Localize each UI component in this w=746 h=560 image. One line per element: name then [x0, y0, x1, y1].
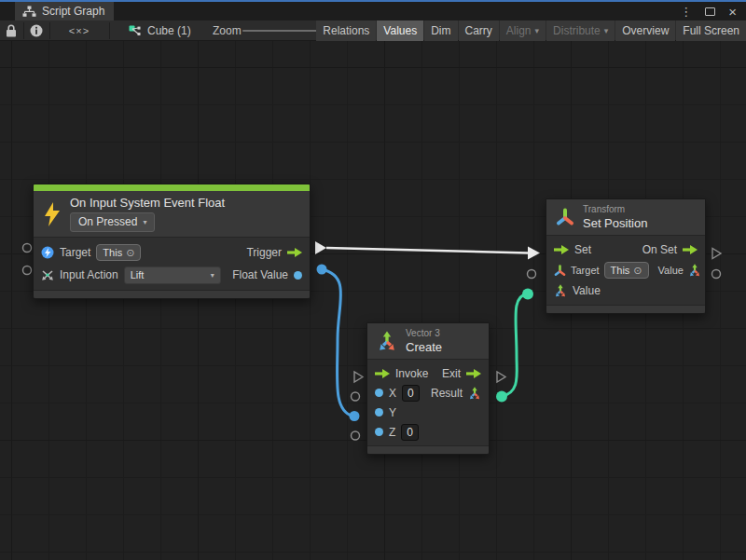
graph-asset-icon [129, 25, 141, 36]
zoom-slider[interactable] [242, 30, 328, 32]
float-port-icon[interactable] [375, 408, 383, 417]
port-row-value: Value [546, 280, 705, 301]
values-button[interactable]: Values [377, 20, 423, 41]
z-value-field[interactable]: 0 [401, 424, 419, 441]
port-row-input-action: Input Action Lift ▾ Float Value [34, 264, 310, 286]
event-mode-dropdown[interactable]: On Pressed ▾ [70, 212, 155, 232]
gameobject-icon [41, 246, 54, 259]
set-target-input-port[interactable] [528, 270, 536, 279]
vector3-wire [502, 294, 527, 397]
lightning-icon [43, 202, 62, 226]
menu-icon[interactable]: ⋮ [680, 6, 692, 18]
node-title: Create [406, 340, 442, 354]
port-row-target: Target This ⊙ Trigger [34, 241, 310, 264]
maximize-icon[interactable] [705, 7, 715, 16]
trigger-output-port[interactable] [315, 241, 326, 254]
info-icon [30, 24, 43, 37]
toolbar-separator [109, 22, 110, 39]
y-input-port[interactable] [350, 411, 360, 421]
float-wire [322, 269, 352, 417]
port-row-y: Y [367, 403, 489, 422]
script-graph-window: Script Graph ⋮ × <×> Cube (1) Zoom 1x [0, 0, 746, 560]
flow-arrow-icon[interactable] [554, 245, 569, 254]
tab-bar: Script Graph ⋮ × [0, 2, 746, 20]
window-controls: ⋮ × [680, 2, 746, 20]
flow-wire-arrowhead [528, 247, 540, 260]
on-set-output-port[interactable] [712, 249, 721, 259]
port-row-invoke: Invoke Exit [367, 363, 489, 383]
vector3-icon [554, 284, 567, 297]
tab-title: Script Graph [42, 5, 104, 18]
set-value-output-port[interactable] [712, 270, 721, 279]
x-input-port[interactable] [352, 392, 360, 401]
input-action-dropdown[interactable]: Lift ▾ [124, 266, 221, 284]
overview-button[interactable]: Overview [615, 20, 675, 41]
object-picker-icon: ⊙ [633, 264, 642, 277]
invoke-input-port[interactable] [354, 372, 363, 382]
port-row-target: Target This ⊙ Value [546, 260, 705, 280]
node-title: Set Position [583, 216, 647, 230]
graph-name: Cube (1) [147, 24, 191, 37]
graph-canvas[interactable]: On Input System Event Float On Pressed ▾… [0, 41, 746, 560]
target-input-port[interactable] [23, 244, 32, 253]
graph-toolbar: <×> Cube (1) Zoom 1x Relations Values Di… [0, 20, 746, 41]
flow-arrow-icon[interactable] [375, 369, 390, 378]
tab-script-graph[interactable]: Script Graph [15, 2, 114, 20]
distribute-button[interactable]: Distribute▾ [546, 20, 615, 41]
port-row-set: Set On Set [546, 239, 705, 260]
port-row-x: X 0 Result [367, 383, 489, 403]
edit-script-button[interactable]: <×> [50, 20, 108, 41]
float-port-icon[interactable] [375, 428, 383, 436]
flow-arrow-icon[interactable] [683, 245, 698, 254]
result-output-port[interactable] [496, 391, 507, 403]
input-action-input-port[interactable] [23, 266, 32, 275]
toolbar-buttons: Relations Values Dim Carry Align▾ Distri… [316, 20, 746, 41]
full-screen-button[interactable]: Full Screen [676, 20, 746, 41]
target-object-field[interactable]: This ⊙ [604, 262, 649, 279]
relations-button[interactable]: Relations [316, 20, 376, 41]
node-header: On Input System Event Float On Pressed ▾ [34, 191, 310, 238]
float-port-icon[interactable] [375, 389, 383, 397]
node-vector3-create[interactable]: Vector 3 Create Invoke Exit X 0 Res [366, 322, 490, 455]
float-value-output-port[interactable] [317, 265, 327, 275]
exit-output-port[interactable] [497, 372, 505, 382]
node-title: On Input System Event Float [70, 196, 225, 210]
chevron-down-icon: ▾ [211, 268, 214, 282]
carry-button[interactable]: Carry [459, 20, 499, 41]
x-value-field[interactable]: 0 [402, 385, 420, 402]
port-row-z: Z 0 [367, 422, 489, 442]
lock-button[interactable] [0, 20, 22, 41]
lock-icon [5, 24, 18, 37]
transform-icon [554, 265, 566, 277]
node-footer [367, 445, 489, 454]
node-category: Transform [583, 204, 647, 214]
align-button[interactable]: Align▾ [500, 20, 546, 41]
close-icon[interactable]: × [728, 5, 737, 19]
node-on-input-system-event-float[interactable]: On Input System Event Float On Pressed ▾… [33, 184, 311, 299]
target-object-field[interactable]: This ⊙ [96, 244, 141, 261]
float-port-icon[interactable] [294, 271, 302, 280]
dim-button[interactable]: Dim [424, 20, 457, 41]
node-header: Transform Set Position [546, 199, 705, 236]
chevron-down-icon: ▾ [143, 215, 146, 229]
value-input-port[interactable] [522, 289, 533, 300]
node-header: Vector 3 Create [367, 323, 489, 360]
node-footer [34, 290, 310, 298]
inspect-button[interactable] [24, 20, 48, 41]
code-icon: <×> [69, 25, 90, 36]
vector3-icon[interactable] [688, 264, 701, 277]
graph-breadcrumb[interactable]: Cube (1) [129, 20, 191, 41]
vector3-icon[interactable] [468, 387, 481, 400]
object-picker-icon: ⊙ [126, 246, 134, 259]
input-action-icon [41, 268, 54, 281]
flow-arrow-icon[interactable] [287, 248, 302, 257]
node-footer [546, 305, 705, 313]
flow-wire [326, 248, 528, 253]
vector3-icon [377, 331, 397, 351]
chevron-down-icon: ▾ [604, 26, 609, 35]
node-set-position[interactable]: Transform Set Position Set On Set Target… [546, 198, 706, 314]
z-input-port[interactable] [352, 431, 360, 440]
chevron-down-icon: ▾ [535, 26, 540, 35]
flow-arrow-icon[interactable] [466, 369, 481, 378]
zoom-label: Zoom [213, 20, 242, 41]
